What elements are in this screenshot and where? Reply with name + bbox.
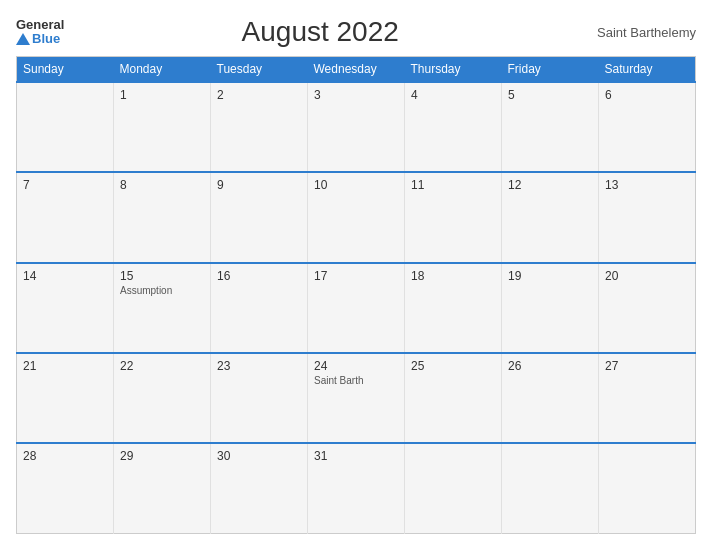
day-number: 11: [411, 178, 495, 192]
day-number: 14: [23, 269, 107, 283]
day-number: 29: [120, 449, 204, 463]
day-number: 22: [120, 359, 204, 373]
day-cell-w2-d6: 12: [502, 172, 599, 262]
weekday-header-row: Sunday Monday Tuesday Wednesday Thursday…: [17, 57, 696, 83]
day-number: 27: [605, 359, 689, 373]
day-cell-w3-d7: 20: [599, 263, 696, 353]
header-sunday: Sunday: [17, 57, 114, 83]
day-number: 19: [508, 269, 592, 283]
holiday-label: Saint Barth: [314, 375, 398, 386]
header-friday: Friday: [502, 57, 599, 83]
day-cell-w4-d4: 24Saint Barth: [308, 353, 405, 443]
logo-triangle-icon: [16, 33, 30, 45]
header-thursday: Thursday: [405, 57, 502, 83]
day-cell-w1-d1: [17, 82, 114, 172]
day-cell-w4-d6: 26: [502, 353, 599, 443]
day-cell-w5-d6: [502, 443, 599, 533]
day-number: 28: [23, 449, 107, 463]
calendar-table: Sunday Monday Tuesday Wednesday Thursday…: [16, 56, 696, 534]
day-number: 16: [217, 269, 301, 283]
logo-general-text: General: [16, 18, 64, 32]
header-monday: Monday: [114, 57, 211, 83]
week-row-3: 1415Assumption1617181920: [17, 263, 696, 353]
day-cell-w3-d5: 18: [405, 263, 502, 353]
day-cell-w5-d7: [599, 443, 696, 533]
week-row-1: 123456: [17, 82, 696, 172]
day-cell-w2-d5: 11: [405, 172, 502, 262]
day-cell-w2-d7: 13: [599, 172, 696, 262]
header-tuesday: Tuesday: [211, 57, 308, 83]
day-cell-w3-d6: 19: [502, 263, 599, 353]
day-cell-w3-d4: 17: [308, 263, 405, 353]
day-number: 15: [120, 269, 204, 283]
day-cell-w1-d7: 6: [599, 82, 696, 172]
day-cell-w2-d4: 10: [308, 172, 405, 262]
week-row-2: 78910111213: [17, 172, 696, 262]
day-number: 1: [120, 88, 204, 102]
week-row-5: 28293031: [17, 443, 696, 533]
logo-blue-text: Blue: [16, 32, 64, 46]
day-cell-w3-d3: 16: [211, 263, 308, 353]
day-cell-w5-d1: 28: [17, 443, 114, 533]
day-number: 17: [314, 269, 398, 283]
logo: General Blue: [16, 18, 64, 47]
day-number: 12: [508, 178, 592, 192]
day-number: 18: [411, 269, 495, 283]
day-cell-w4-d1: 21: [17, 353, 114, 443]
day-number: 2: [217, 88, 301, 102]
day-number: 4: [411, 88, 495, 102]
week-row-4: 21222324Saint Barth252627: [17, 353, 696, 443]
day-number: 13: [605, 178, 689, 192]
day-number: 30: [217, 449, 301, 463]
day-number: 31: [314, 449, 398, 463]
day-cell-w4-d2: 22: [114, 353, 211, 443]
day-number: 5: [508, 88, 592, 102]
day-cell-w4-d3: 23: [211, 353, 308, 443]
holiday-label: Assumption: [120, 285, 204, 296]
day-cell-w1-d5: 4: [405, 82, 502, 172]
header-wednesday: Wednesday: [308, 57, 405, 83]
day-number: 8: [120, 178, 204, 192]
day-cell-w2-d3: 9: [211, 172, 308, 262]
day-number: 3: [314, 88, 398, 102]
day-cell-w5-d2: 29: [114, 443, 211, 533]
day-number: 21: [23, 359, 107, 373]
day-cell-w5-d3: 30: [211, 443, 308, 533]
day-number: 10: [314, 178, 398, 192]
day-cell-w3-d2: 15Assumption: [114, 263, 211, 353]
calendar-title: August 2022: [64, 16, 576, 48]
day-cell-w4-d7: 27: [599, 353, 696, 443]
day-number: 26: [508, 359, 592, 373]
day-number: 7: [23, 178, 107, 192]
day-number: 6: [605, 88, 689, 102]
day-cell-w1-d6: 5: [502, 82, 599, 172]
day-cell-w4-d5: 25: [405, 353, 502, 443]
day-number: 20: [605, 269, 689, 283]
day-number: 9: [217, 178, 301, 192]
day-cell-w1-d4: 3: [308, 82, 405, 172]
day-cell-w5-d4: 31: [308, 443, 405, 533]
header-saturday: Saturday: [599, 57, 696, 83]
page-header: General Blue August 2022 Saint Barthelem…: [16, 16, 696, 48]
region-label: Saint Barthelemy: [576, 25, 696, 40]
day-number: 24: [314, 359, 398, 373]
day-cell-w2-d1: 7: [17, 172, 114, 262]
day-number: 23: [217, 359, 301, 373]
day-cell-w1-d2: 1: [114, 82, 211, 172]
day-cell-w1-d3: 2: [211, 82, 308, 172]
day-cell-w2-d2: 8: [114, 172, 211, 262]
day-cell-w3-d1: 14: [17, 263, 114, 353]
day-number: 25: [411, 359, 495, 373]
day-cell-w5-d5: [405, 443, 502, 533]
